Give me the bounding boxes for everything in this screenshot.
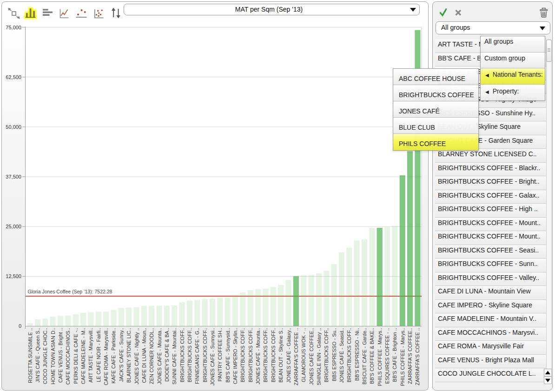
svg-text:BRIGHTBUCKS COFF..: BRIGHTBUCKS COFF.. — [202, 328, 208, 382]
svg-text:DOOEY'S CAFE & BA..: DOOEY'S CAFE & BA.. — [164, 328, 170, 382]
svg-text:BRIGHTBUCKS COFF..: BRIGHTBUCKS COFF.. — [263, 328, 268, 382]
svg-text:BRIGHTBUCKS COFF..: BRIGHTBUCKS COFF.. — [248, 328, 253, 382]
svg-text:CAFE ROMA - Marysvill..: CAFE ROMA - Marysvill.. — [103, 328, 109, 385]
svg-text:ROSETTA SUNSMILE ..: ROSETTA SUNSMILE .. — [27, 328, 33, 383]
svg-text:JONES CAFÉ - Galaxy..: JONES CAFÉ - Galaxy.. — [286, 328, 291, 383]
svg-text:BRIGHTBUCKS COFF..: BRIGHTBUCKS COFF.. — [187, 328, 192, 382]
svg-text:BLARNEY STONE LIC..: BLARNEY STONE LIC.. — [126, 328, 132, 383]
svg-text:BB'S CAFE - Brighton ..: BB'S CAFE - Brighton .. — [392, 328, 397, 382]
svg-text:JONES CAFÉ - Sunnysi..: JONES CAFÉ - Sunnysi.. — [210, 328, 215, 385]
svg-text:BB'S ESPRESSO - Ni..: BB'S ESPRESSO - Ni.. — [354, 328, 360, 381]
svg-text:PHILS COFFEE - Marys..: PHILS COFFEE - Marys.. — [400, 328, 405, 386]
svg-text:50,000: 50,000 — [6, 124, 21, 130]
svg-text:SHINGLE INN - Galaxy ..: SHINGLE INN - Galaxy .. — [316, 328, 322, 385]
svg-text:HOME TOWN ASIAN D..: HOME TOWN ASIAN D.. — [50, 328, 56, 385]
svg-text:ZARRAFFA'S COFFEE ..: ZARRAFFA'S COFFEE .. — [415, 328, 420, 385]
svg-text:JONES CAFÉ - Mounta..: JONES CAFÉ - Mounta.. — [157, 328, 162, 385]
svg-text:COCO JUNGLE CHOC..: COCO JUNGLE CHOC.. — [42, 328, 48, 384]
svg-text:BRIGHTBUCKS COFF..: BRIGHTBUCKS COFF.. — [346, 328, 352, 382]
svg-text:GLAMOROUS WOK - ..: GLAMOROUS WOK - .. — [301, 328, 306, 382]
svg-text:12,500: 12,500 — [6, 273, 21, 279]
svg-text:KAFE CAFE - Parkside..: KAFE CAFE - Parkside.. — [111, 328, 116, 384]
svg-text:75,000: 75,000 — [6, 25, 21, 30]
svg-text:ESQUIRES COFFEE - ..: ESQUIRES COFFEE - .. — [384, 328, 390, 384]
svg-text:JACK'S CAFE - Sunny..: JACK'S CAFE - Sunny.. — [119, 328, 124, 382]
svg-text:ZEN CORNER NOODL..: ZEN CORNER NOODL.. — [149, 328, 154, 384]
svg-text:BRIGHTBUCKS COFF..: BRIGHTBUCKS COFF.. — [271, 328, 276, 382]
svg-text:0: 0 — [19, 323, 21, 329]
svg-text:PHILS COFFEE - Marys..: PHILS COFFEE - Marys.. — [377, 328, 383, 386]
svg-text:CAFE MADELEINE - M..: CAFE MADELEINE - M.. — [80, 328, 86, 384]
svg-text:LE CAFE NOIR - Fairfi..: LE CAFE NOIR - Fairfi.. — [96, 328, 101, 382]
svg-text:ART TASTE - Marysvill..: ART TASTE - Marysvill.. — [88, 328, 93, 383]
svg-text:BBS ESPRESSO - Su..: BBS ESPRESSO - Su.. — [331, 328, 337, 381]
svg-text:ZARRAFFA'S COFFEE..: ZARRAFFA'S COFFEE.. — [407, 328, 413, 384]
svg-text:62,500: 62,500 — [6, 74, 21, 80]
svg-text:25,000: 25,000 — [6, 224, 21, 229]
svg-text:BB'S CAFE - Sunnysid..: BB'S CAFE - Sunnysid.. — [225, 328, 231, 383]
svg-text:BISCUIT CAFE - Garde..: BISCUIT CAFE - Garde.. — [362, 328, 367, 385]
svg-text:JONES CAFÉ - Nightly ..: JONES CAFÉ - Nightly .. — [134, 328, 139, 385]
svg-text:BRIGHTBUCKS COFF..: BRIGHTBUCKS COFF.. — [324, 328, 329, 382]
svg-text:JONES CAFÉ COFFEE..: JONES CAFÉ COFFEE.. — [309, 328, 314, 385]
svg-text:BB'S COFFEE & BAKE..: BB'S COFFEE & BAKE.. — [369, 328, 375, 384]
svg-text:CAFE VENUS - Bright ..: CAFE VENUS - Bright .. — [58, 328, 63, 383]
svg-text:CAFE DI LUNA - Moun..: CAFE DI LUNA - Moun.. — [141, 328, 147, 383]
svg-text:BRIGHTBUCKS COFF..: BRIGHTBUCKS COFF.. — [240, 328, 245, 382]
svg-text:CAFE MOCCACHINOS..: CAFE MOCCACHINOS.. — [65, 328, 71, 385]
svg-text:ZARRAFFA'S COFFEE ..: ZARRAFFA'S COFFEE .. — [293, 328, 299, 385]
svg-text:BEAN OUT - Skyline S..: BEAN OUT - Skyline S.. — [278, 328, 284, 383]
svg-text:SUNNI CAFE - Mountai..: SUNNI CAFE - Mountai.. — [172, 328, 177, 385]
svg-text:Gloria Jones Coffee (Sep ’13):: Gloria Jones Coffee (Sep ’13): 7522.28 — [28, 289, 112, 294]
svg-text:JONES CAFÉ - Seasid..: JONES CAFÉ - Seasid.. — [339, 328, 344, 383]
svg-text:37,500: 37,500 — [6, 174, 21, 179]
svg-text:PERKS DELI & CAFE -..: PERKS DELI & CAFE -.. — [73, 328, 79, 384]
svg-text:JONES CAFÉ - Mounta..: JONES CAFÉ - Mounta.. — [255, 328, 261, 385]
svg-text:PANTRY COFFEE SH..: PANTRY COFFEE SH.. — [217, 328, 223, 382]
svg-text:CAFE IMPERO - Skylin..: CAFE IMPERO - Skylin.. — [232, 328, 238, 384]
svg-text:JIN'S CAFE - Queen S..: JIN'S CAFE - Queen S.. — [35, 328, 40, 383]
svg-text:BRIGHTBUCKS COFF..: BRIGHTBUCKS COFF.. — [179, 328, 185, 382]
svg-text:FINNEGANS CAFE - G..: FINNEGANS CAFE - G.. — [194, 328, 200, 384]
